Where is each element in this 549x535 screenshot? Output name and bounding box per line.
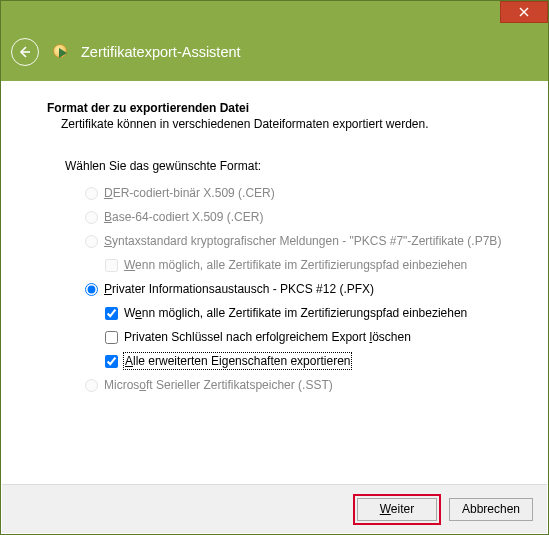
- wizard-page: Format der zu exportierenden Datei Zerti…: [2, 81, 547, 484]
- titlebar: [1, 1, 548, 23]
- option-pkcs7: Syntaxstandard kryptografischer Meldunge…: [85, 233, 512, 249]
- option-pkcs12-delete-key[interactable]: Privaten Schlüssel nach erfolgreichem Ex…: [105, 329, 512, 345]
- cancel-button[interactable]: Abbrechen: [449, 498, 533, 521]
- close-button[interactable]: [500, 1, 548, 23]
- option-pkcs7-include-chain: Wenn möglich, alle Zertifikate im Zertif…: [105, 257, 512, 273]
- radio-pkcs12[interactable]: [85, 283, 98, 296]
- page-heading: Format der zu exportierenden Datei: [47, 101, 512, 115]
- close-icon: [519, 7, 529, 17]
- option-sst: Microsoft Serieller Zertifikatspeicher (…: [85, 377, 512, 393]
- next-button[interactable]: Weiter: [357, 498, 437, 521]
- certificate-export-icon: [53, 42, 73, 62]
- option-pkcs12-delete-key-label: Privaten Schlüssel nach erfolgreichem Ex…: [124, 329, 411, 345]
- radio-pkcs7: [85, 235, 98, 248]
- option-pkcs12-export-extended[interactable]: Alle erweiterten Eigenschaften exportier…: [105, 353, 512, 369]
- option-pkcs12-extended-label: Alle erweiterten Eigenschaften exportier…: [124, 353, 351, 369]
- wizard-footer: Weiter Abbrechen: [2, 484, 547, 533]
- option-pkcs7-chain-label: Wenn möglich, alle Zertifikate im Zertif…: [124, 257, 467, 273]
- radio-sst: [85, 379, 98, 392]
- option-pkcs12-label: Privater Informationsaustausch - PKCS #1…: [104, 281, 374, 297]
- back-button[interactable]: [11, 38, 39, 66]
- option-der: DER-codiert-binär X.509 (.CER): [85, 185, 512, 201]
- option-base64-label: Base-64-codiert X.509 (.CER): [104, 209, 263, 225]
- page-subheading: Zertifikate können in verschiedenen Date…: [61, 117, 512, 131]
- radio-der: [85, 187, 98, 200]
- option-der-label: DER-codiert-binär X.509 (.CER): [104, 185, 275, 201]
- radio-base64: [85, 211, 98, 224]
- check-pkcs12-chain[interactable]: [105, 307, 118, 320]
- next-button-highlight: Weiter: [353, 494, 441, 525]
- option-pkcs12[interactable]: Privater Informationsaustausch - PKCS #1…: [85, 281, 512, 297]
- wizard-header: Zertifikatexport-Assistent: [1, 23, 548, 81]
- option-pkcs12-include-chain[interactable]: Wenn möglich, alle Zertifikate im Zertif…: [105, 305, 512, 321]
- option-base64: Base-64-codiert X.509 (.CER): [85, 209, 512, 225]
- wizard-title: Zertifikatexport-Assistent: [81, 44, 241, 60]
- option-pkcs7-label: Syntaxstandard kryptografischer Meldunge…: [104, 233, 501, 249]
- check-pkcs12-extended[interactable]: [105, 355, 118, 368]
- format-options: DER-codiert-binär X.509 (.CER) Base-64-c…: [85, 185, 512, 393]
- option-pkcs12-chain-label: Wenn möglich, alle Zertifikate im Zertif…: [124, 305, 467, 321]
- option-sst-label: Microsoft Serieller Zertifikatspeicher (…: [104, 377, 333, 393]
- back-arrow-icon: [19, 46, 31, 58]
- format-prompt: Wählen Sie das gewünschte Format:: [65, 159, 512, 173]
- check-pkcs12-delete-key[interactable]: [105, 331, 118, 344]
- wizard-window: Zertifikatexport-Assistent Format der zu…: [0, 0, 549, 535]
- check-pkcs7-chain: [105, 259, 118, 272]
